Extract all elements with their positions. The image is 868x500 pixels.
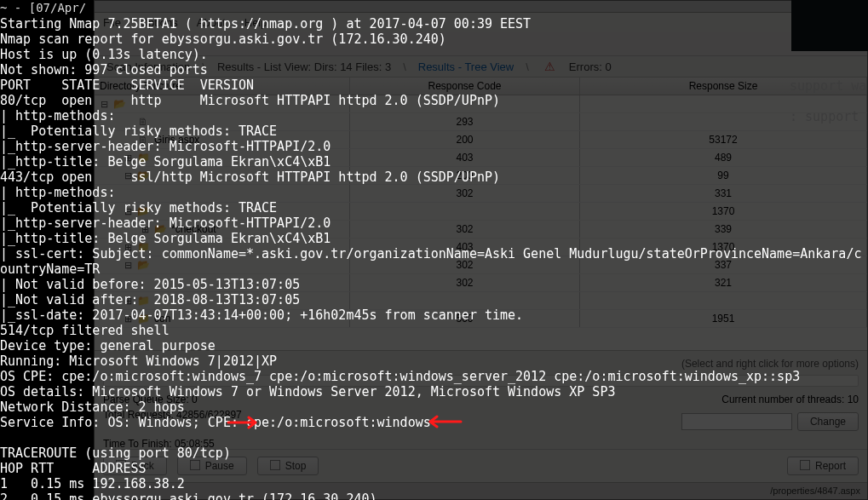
terminal-title-fragment: ~ - [07/Apr/: [0, 0, 86, 15]
annotation-arrow-right: [227, 385, 273, 397]
terminal-overlay[interactable]: ~ - [07/Apr/ Starting Nmap 7.25BETA1 ( h…: [0, 0, 868, 500]
annotation-arrow-left: [420, 384, 466, 396]
